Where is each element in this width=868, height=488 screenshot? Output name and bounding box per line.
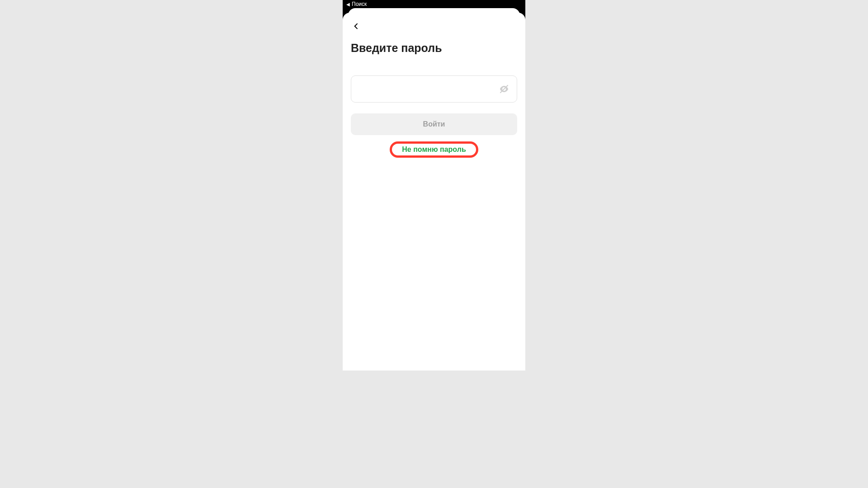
status-bar: ◀ Поиск xyxy=(343,0,525,8)
page-title: Введите пароль xyxy=(351,42,517,55)
forgot-password-link[interactable]: Не помню пароль xyxy=(402,145,466,153)
statusbar-back-label[interactable]: Поиск xyxy=(352,1,367,7)
statusbar-back-arrow-icon[interactable]: ◀ xyxy=(346,2,350,7)
annotation-highlight: Не помню пароль xyxy=(390,141,478,158)
password-field-container xyxy=(351,75,517,103)
back-button[interactable] xyxy=(351,21,362,32)
chevron-left-icon xyxy=(353,23,360,30)
forgot-password-container: Не помню пароль xyxy=(351,141,517,158)
password-input[interactable] xyxy=(359,85,499,93)
login-button[interactable]: Войти xyxy=(351,113,517,135)
eye-off-icon xyxy=(499,84,509,94)
modal-sheet: Введите пароль Войти Не помню пароль xyxy=(343,13,525,371)
toggle-password-visibility-button[interactable] xyxy=(499,84,509,94)
phone-frame: ◀ Поиск Введите пароль Войти Не помню па… xyxy=(343,0,525,371)
